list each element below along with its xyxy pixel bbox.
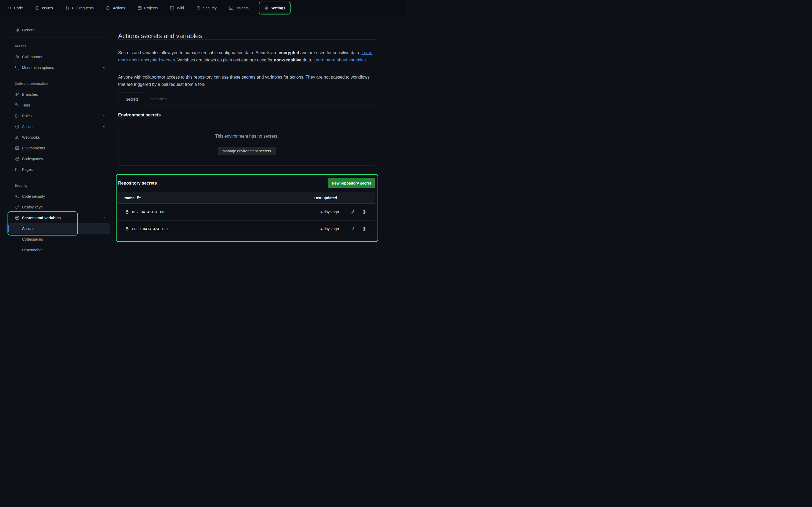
trash-icon[interactable] — [362, 210, 366, 214]
nav-tab-label: Issues — [42, 6, 53, 10]
code-scan-icon — [15, 194, 19, 199]
chevron-up-icon — [102, 216, 106, 220]
sidebar-subitem-dependabot[interactable]: Dependabot — [6, 245, 110, 253]
trash-icon[interactable] — [362, 227, 366, 231]
shield-icon — [196, 6, 201, 10]
sidebar-item-pages[interactable]: Pages — [6, 164, 110, 175]
code-icon — [7, 6, 11, 10]
book-icon — [170, 6, 174, 10]
sidebar-item-collaborators[interactable]: Collaborators — [6, 52, 110, 62]
repo-nav: Code Issues Pull requests Actions Projec… — [0, 0, 406, 16]
nav-tab-label: Pull requests — [72, 6, 94, 10]
tab-variables[interactable]: Variables — [147, 93, 171, 105]
description-bold: encrypted — [279, 50, 299, 55]
sidebar-item-secrets-and-variables[interactable]: Secrets and variables — [6, 213, 110, 223]
sidebar-item-label: Codespaces — [22, 157, 43, 161]
description-text: and are used for sensitive data. — [299, 50, 361, 55]
lock-icon — [125, 227, 129, 231]
secret-last-updated: 4 days ago — [321, 210, 339, 214]
server-icon — [15, 146, 19, 150]
description-bold: non-sensitive — [274, 58, 302, 62]
manage-environment-secrets-button[interactable]: Manage environment secrets — [218, 147, 276, 155]
nav-tab-label: Security — [203, 6, 217, 10]
browser-icon — [15, 167, 19, 172]
rules-icon — [15, 114, 19, 118]
lock-icon — [125, 210, 129, 214]
sidebar-item-label: Codespaces — [22, 237, 43, 241]
sidebar-item-moderation-options[interactable]: Moderation options — [6, 62, 110, 73]
sidebar-section-access: Access — [15, 43, 26, 49]
nav-tab-actions[interactable]: Actions — [104, 4, 127, 12]
secrets-variables-tabs: Secrets Variables — [118, 93, 376, 105]
table-row: DEV_DATABASE_URL 4 days ago — [118, 204, 375, 220]
secret-last-updated: 4 days ago — [321, 227, 339, 231]
description-text: data. — [302, 58, 313, 62]
edit-pencil-icon[interactable] — [350, 210, 354, 214]
table-header-row: Name Last updated — [118, 192, 375, 204]
nav-tab-label: Projects — [144, 6, 158, 10]
chevron-down-icon — [102, 114, 106, 118]
table-row: PROD_DATABASE_URL 4 days ago — [118, 220, 375, 237]
nav-tab-security[interactable]: Security — [194, 4, 219, 12]
sidebar-item-branches[interactable]: Branches — [6, 89, 110, 100]
gear-icon — [264, 6, 268, 10]
sidebar-item-label: Rules — [22, 114, 32, 118]
description-paragraph: Secrets and variables allow you to manag… — [118, 49, 373, 64]
table-icon — [138, 6, 142, 10]
nav-tab-issues[interactable]: Issues — [33, 4, 55, 12]
sidebar-item-label: Branches — [22, 92, 38, 97]
nav-tab-label: Wiki — [177, 6, 184, 10]
sidebar-item-label: Moderation options — [22, 65, 54, 70]
sidebar-item-label: Webhooks — [22, 135, 40, 139]
sidebar-item-label: Code security — [22, 194, 45, 199]
sidebar-item-label: Actions — [22, 124, 34, 129]
nav-tab-settings[interactable]: Settings — [259, 2, 291, 14]
sidebar-item-rules[interactable]: Rules — [6, 111, 110, 121]
nav-tab-label: Settings — [271, 6, 286, 10]
nav-tab-label: Insights — [236, 6, 248, 10]
page-title: Actions secrets and variables — [118, 32, 202, 40]
nav-tab-code[interactable]: Code — [5, 4, 25, 12]
description-text: . Variables are shown as plain text and … — [175, 58, 274, 62]
sidebar-item-actions[interactable]: Actions — [6, 121, 110, 132]
sidebar-item-tags[interactable]: Tags — [6, 100, 110, 111]
play-icon — [15, 124, 19, 129]
sidebar-item-code-security[interactable]: Code security — [6, 191, 110, 202]
sidebar-item-general[interactable]: General — [6, 25, 110, 36]
nav-tab-projects[interactable]: Projects — [135, 4, 160, 12]
nav-tab-label: Code — [14, 6, 23, 10]
sidebar-item-label: Environments — [22, 146, 45, 150]
active-tab-underline — [261, 13, 288, 13]
tag-icon — [15, 103, 19, 107]
nav-tab-pull-requests[interactable]: Pull requests — [63, 4, 96, 12]
nav-tab-wiki[interactable]: Wiki — [168, 4, 186, 12]
column-header-label: Name — [124, 196, 135, 200]
chevron-down-icon — [102, 124, 106, 129]
column-header-name: Name — [124, 195, 141, 200]
chevron-down-icon — [102, 65, 106, 70]
sidebar-section-security: Security — [15, 182, 28, 189]
environment-secrets-box: This environment has no secrets. Manage … — [118, 122, 375, 166]
sidebar-item-label: Secrets and variables — [22, 216, 61, 220]
sidebar-item-label: Collaborators — [22, 55, 44, 59]
sidebar-divider — [6, 38, 110, 38]
sidebar-item-deploy-keys[interactable]: Deploy keys — [6, 202, 110, 213]
collaborator-access-paragraph: Anyone with collaborator access to this … — [118, 73, 373, 88]
key-icon — [15, 205, 19, 209]
edit-pencil-icon[interactable] — [350, 227, 354, 231]
git-pull-request-icon — [65, 6, 69, 10]
git-branch-icon — [15, 92, 19, 97]
new-repository-secret-button[interactable]: New repository secret — [327, 178, 375, 188]
sidebar-item-environments[interactable]: Environments — [6, 143, 110, 154]
link-variables[interactable]: Learn more about variables — [313, 58, 366, 62]
sidebar-subitem-codespaces[interactable]: Codespaces — [6, 234, 110, 245]
sidebar-item-codespaces[interactable]: Codespaces — [6, 154, 110, 164]
sidebar-subitem-actions[interactable]: Actions — [6, 223, 110, 234]
tab-secrets[interactable]: Secrets — [118, 93, 146, 105]
codespaces-icon — [15, 157, 19, 161]
environment-secrets-heading: Environment secrets — [118, 112, 161, 118]
sort-ascending-icon[interactable] — [137, 195, 141, 200]
nav-tab-insights[interactable]: Insights — [226, 4, 251, 12]
sidebar-item-webhooks[interactable]: Webhooks — [6, 132, 110, 143]
description-text: Secrets and variables allow you to manag… — [118, 50, 279, 55]
